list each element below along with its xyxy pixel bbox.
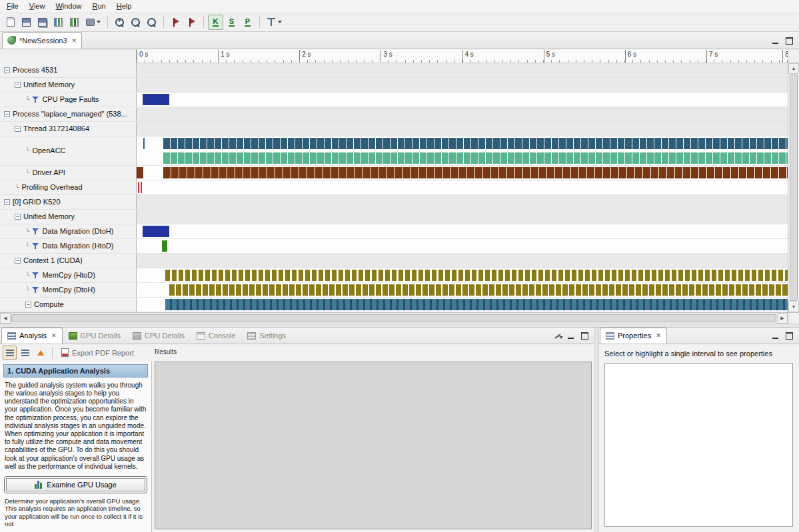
process-mode-toggle[interactable]: P (240, 15, 255, 30)
timeline-row-label[interactable]: └Driver API (0, 166, 137, 180)
timeline-track[interactable] (137, 210, 788, 224)
filter-icon[interactable] (32, 242, 39, 250)
tab-cpu-details[interactable]: CPU Details (127, 328, 191, 344)
timeline-track[interactable] (137, 298, 788, 312)
minimize-icon[interactable] (771, 37, 780, 45)
timeline-interval[interactable] (143, 226, 169, 237)
menu-window[interactable]: Window (50, 1, 87, 11)
collect-metrics-button[interactable] (67, 15, 82, 30)
collapse-icon[interactable]: − (4, 67, 10, 73)
collapse-icon[interactable]: − (25, 302, 31, 308)
menu-view[interactable]: View (24, 1, 51, 11)
menu-run[interactable]: Run (87, 1, 111, 11)
timeline-track[interactable] (137, 136, 788, 165)
kernel-mode-toggle[interactable]: K (208, 15, 223, 30)
timeline-row-label[interactable]: −Process "laplace_managed" (538... (0, 107, 137, 121)
examine-gpu-usage-button[interactable]: Examine GPU Usage (6, 478, 145, 491)
prev-marker-button[interactable] (168, 15, 183, 30)
vertical-scroll-thumb[interactable] (790, 75, 798, 301)
guided-analysis-toggle[interactable] (3, 346, 17, 360)
stream-mode-toggle[interactable]: S (224, 15, 239, 30)
zoom-out-button[interactable]: - (128, 15, 143, 30)
minimize-icon[interactable] (566, 332, 576, 340)
timeline-row-label[interactable]: −Unified Memory (0, 78, 137, 92)
timeline-interval[interactable] (169, 284, 788, 296)
session-tab[interactable]: *NewSession3 ✕ (2, 32, 82, 49)
timeline-row-label[interactable]: └Data Migration (DtoH) (0, 224, 137, 238)
maximize-icon[interactable] (784, 332, 794, 340)
filter-icon[interactable] (32, 96, 39, 103)
timeline-row-label[interactable]: −Compute (0, 298, 137, 312)
timeline-row-label[interactable]: −Thread 3172140864 (0, 122, 137, 136)
timeline-row-label[interactable]: −Unified Memory (0, 210, 137, 224)
collapse-icon[interactable]: − (15, 214, 21, 220)
timeline-interval[interactable] (163, 167, 788, 178)
snapshot-menu-button[interactable] (83, 15, 103, 30)
collapse-icon[interactable]: − (15, 82, 21, 88)
timeline-track[interactable] (137, 283, 788, 297)
timeline-track[interactable] (137, 268, 788, 282)
close-icon[interactable]: ✕ (71, 37, 77, 44)
tab-gpu-details[interactable]: GPU Details (63, 328, 127, 344)
tab-console[interactable]: Console (191, 328, 241, 344)
timeline-row-label[interactable]: └OpenACC (0, 136, 137, 165)
timeline-track[interactable] (137, 166, 788, 180)
timeline-row-label[interactable]: └Profiling Overhead (0, 180, 137, 194)
timeline-row-label[interactable]: └Data Migration (HtoD) (0, 239, 137, 253)
save-button[interactable] (19, 15, 34, 30)
horizontal-scroll-thumb[interactable] (11, 314, 776, 322)
timeline-interval[interactable] (163, 138, 788, 149)
timeline-row-label[interactable]: −[0] GRID K520 (0, 195, 137, 209)
filter-icon[interactable] (32, 286, 39, 294)
timeline-interval[interactable] (163, 152, 788, 164)
timeline-ruler[interactable]: 0 s1 s2 s3 s4 s5 s6 s7 s8 (137, 49, 788, 63)
scroll-right-icon[interactable]: ▶ (777, 313, 788, 324)
scroll-down-icon[interactable]: ▼ (788, 302, 799, 312)
maximize-icon[interactable] (580, 332, 589, 340)
timeline-track[interactable] (137, 239, 788, 253)
filter-icon[interactable] (32, 272, 39, 279)
timeline-interval[interactable] (165, 299, 788, 310)
timeline-track[interactable] (137, 107, 788, 121)
maximize-icon[interactable] (784, 37, 794, 45)
timeline-track[interactable] (137, 224, 788, 238)
tab-properties[interactable]: Properties ✕ (600, 328, 667, 344)
back-button[interactable] (33, 346, 47, 360)
horizontal-scrollbar[interactable]: ◀ ▶ (0, 313, 788, 324)
zoom-in-button[interactable]: + (112, 15, 127, 30)
timeline-interval[interactable] (141, 182, 142, 193)
unguided-analysis-toggle[interactable] (18, 346, 32, 360)
timeline-track[interactable] (137, 78, 788, 92)
timeline-interval[interactable] (137, 167, 143, 178)
timeline-row-label[interactable]: └CPU Page Faults (0, 93, 137, 107)
view-menu-icon[interactable] (553, 332, 562, 340)
menu-help[interactable]: Help (111, 1, 137, 11)
vertical-scrollbar[interactable]: ▲ ▼ (788, 49, 799, 312)
collapse-icon[interactable]: − (15, 258, 21, 264)
timeline-track[interactable] (137, 254, 788, 268)
timeline-interval[interactable] (162, 240, 167, 252)
filter-icon[interactable] (32, 228, 39, 235)
timeline-track[interactable] (137, 63, 788, 77)
timeline-interval[interactable] (165, 270, 788, 281)
timeline-track[interactable] (137, 180, 788, 194)
save-all-button[interactable] (35, 15, 50, 30)
scroll-left-icon[interactable]: ◀ (0, 313, 11, 324)
timeline-track[interactable] (137, 195, 788, 209)
profile-application-button[interactable] (51, 15, 66, 30)
menu-file[interactable]: File (1, 1, 24, 11)
new-session-button[interactable] (3, 15, 18, 30)
timeline-interval[interactable] (138, 182, 139, 193)
timeline-track[interactable] (137, 122, 788, 136)
timeline-row-label[interactable]: −Context 1 (CUDA) (0, 254, 137, 268)
minimize-icon[interactable] (771, 332, 780, 340)
tab-analysis[interactable]: Analysis ✕ (1, 328, 63, 344)
timeline-interval[interactable] (143, 94, 169, 105)
timeline-row-label[interactable]: └MemCpy (DtoH) (0, 283, 137, 297)
timeline-row-label[interactable]: └MemCpy (HtoD) (0, 268, 137, 282)
close-icon[interactable]: ✕ (50, 332, 57, 339)
close-icon[interactable]: ✕ (654, 332, 661, 339)
collapse-icon[interactable]: − (4, 111, 10, 117)
collapse-icon[interactable]: − (15, 126, 21, 132)
collapse-icon[interactable]: − (4, 199, 10, 205)
